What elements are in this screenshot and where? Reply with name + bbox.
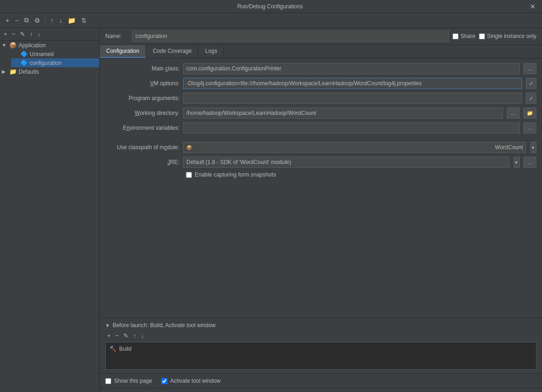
- activate-tool-window-checkbox[interactable]: [161, 378, 167, 384]
- show-page-row: Show this page: [105, 378, 152, 384]
- share-checkbox[interactable]: [453, 33, 459, 39]
- remove-config-button[interactable]: −: [13, 16, 20, 25]
- name-input[interactable]: [132, 31, 449, 42]
- activate-tool-window-label: Activate tool window: [170, 378, 221, 384]
- right-controls: Share Single instance only: [453, 33, 536, 39]
- sidebar-up-button[interactable]: ↑: [28, 30, 35, 38]
- env-variables-label: Environment variables:: [105, 125, 179, 131]
- sort-button[interactable]: ⇅: [79, 16, 89, 25]
- before-launch-collapse[interactable]: ▼: [105, 323, 110, 328]
- sidebar-item-application[interactable]: ▼ 📦 Application: [0, 41, 99, 50]
- single-instance-checkbox[interactable]: [479, 33, 485, 39]
- build-item-label: Build: [119, 346, 132, 352]
- sidebar-add-button[interactable]: +: [2, 30, 9, 38]
- form-area: Main class: ... VM options: ⤢ Program ar…: [100, 58, 542, 318]
- before-launch-add-button[interactable]: +: [105, 331, 113, 340]
- sidebar-application-children: 🔷 Unnamed 🔷 configuration: [6, 50, 99, 67]
- before-launch-header: ▼ Before launch: Build, Activate tool wi…: [105, 322, 536, 329]
- show-page-checkbox[interactable]: [105, 378, 111, 384]
- sidebar-remove-button[interactable]: −: [10, 30, 18, 38]
- copy-config-button[interactable]: ⧉: [22, 15, 31, 25]
- expand-arrow-application: ▼: [2, 43, 7, 48]
- share-label: Share: [460, 33, 475, 39]
- tab-logs[interactable]: Logs: [198, 45, 224, 58]
- jre-label: JRE:: [105, 159, 179, 165]
- classpath-module-select[interactable]: 📦 WordCount: [183, 142, 526, 153]
- defaults-icon: 📁: [9, 68, 17, 75]
- sidebar-item-configuration[interactable]: 🔷 configuration: [11, 58, 99, 67]
- add-config-button[interactable]: +: [4, 16, 11, 25]
- snapshot-checkbox[interactable]: [186, 172, 192, 178]
- sidebar-edit-button[interactable]: ✎: [18, 30, 27, 38]
- vm-options-label: VM options:: [105, 80, 179, 87]
- classpath-label: Use classpath of module:: [105, 144, 179, 151]
- sidebar-tree: ▼ 📦 Application 🔷 Unnamed 🔷 configuratio…: [0, 41, 99, 76]
- jre-browse-button[interactable]: ...: [523, 157, 536, 168]
- build-icon: 🔨: [109, 346, 116, 352]
- env-variables-input[interactable]: [183, 122, 520, 133]
- env-variables-row: Environment variables: ...: [105, 122, 536, 133]
- jre-dropdown-arrow[interactable]: ▾: [513, 157, 520, 168]
- build-list: 🔨 Build: [105, 342, 536, 370]
- program-arguments-input[interactable]: [183, 93, 522, 104]
- working-directory-browse-button[interactable]: ...: [507, 107, 520, 119]
- working-directory-row: Working directory: ... 📁: [105, 107, 536, 119]
- jre-value: Default (1.8 - SDK of 'WordCount' module…: [186, 159, 506, 165]
- before-launch-title: Before launch: Build, Activate tool wind…: [113, 322, 216, 329]
- build-item: 🔨 Build: [108, 344, 534, 354]
- sidebar: + − ✎ ↑ ↓ ▼ 📦 Application 🔷 Unnamed: [0, 28, 100, 392]
- folder-button[interactable]: 📁: [66, 16, 77, 25]
- working-directory-folder-button[interactable]: 📁: [523, 107, 536, 119]
- footer: ? OK Cancel Apply: [100, 388, 542, 392]
- sidebar-item-defaults[interactable]: ▶ 📁 Defaults: [0, 67, 99, 76]
- classpath-module-row: Use classpath of module: 📦 WordCount ▾: [105, 142, 536, 153]
- expand-arrow-defaults: ▶: [2, 69, 7, 74]
- main-class-row: Main class: ...: [105, 63, 536, 74]
- settings-button[interactable]: ⚙: [32, 16, 42, 25]
- right-content: Name: Share Single instance only Configu…: [100, 28, 542, 392]
- sidebar-item-unnamed-label: Unnamed: [30, 51, 54, 57]
- main-class-browse-button[interactable]: ...: [523, 63, 536, 74]
- single-instance-checkbox-row: Single instance only: [479, 33, 536, 39]
- tab-code-coverage[interactable]: Code Coverage: [146, 45, 198, 58]
- tab-bar: Configuration Code Coverage Logs: [100, 45, 542, 58]
- before-launch-edit-button[interactable]: ✎: [121, 331, 130, 340]
- close-button[interactable]: ✕: [527, 2, 538, 11]
- name-row: Name: Share Single instance only: [100, 28, 542, 45]
- name-label: Name:: [105, 33, 128, 39]
- vm-options-expand-button[interactable]: ⤢: [526, 78, 536, 89]
- program-arguments-row: Program arguments: ⤢: [105, 93, 536, 104]
- bottom-section: Show this page Activate tool window: [100, 373, 542, 388]
- title-bar: Run/Debug Configurations ✕: [0, 0, 542, 13]
- move-up-button[interactable]: ↑: [48, 16, 55, 25]
- sidebar-item-defaults-label: Defaults: [19, 69, 39, 75]
- env-variables-browse-button[interactable]: ...: [523, 122, 536, 133]
- before-launch-up-button[interactable]: ↑: [131, 331, 138, 340]
- main-class-input[interactable]: [183, 63, 520, 74]
- before-launch-section: ▼ Before launch: Build, Activate tool wi…: [100, 318, 542, 373]
- move-down-button[interactable]: ↓: [57, 16, 64, 25]
- sidebar-item-unnamed[interactable]: 🔷 Unnamed: [11, 50, 99, 58]
- top-toolbar: + − ⧉ ⚙ ↑ ↓ 📁 ⇅: [0, 13, 542, 28]
- unnamed-icon: 🔷: [20, 51, 28, 57]
- vm-options-row: VM options: ⤢: [105, 78, 536, 89]
- toolbar-separator-1: [45, 17, 45, 24]
- sidebar-item-application-label: Application: [19, 42, 46, 49]
- jre-select[interactable]: Default (1.8 - SDK of 'WordCount' module…: [183, 157, 510, 168]
- jre-row: JRE: Default (1.8 - SDK of 'WordCount' m…: [105, 157, 536, 168]
- sidebar-down-button[interactable]: ↓: [36, 30, 43, 38]
- sidebar-item-configuration-label: configuration: [30, 60, 62, 66]
- module-icon: 📦: [186, 145, 192, 150]
- snapshot-row: Enable capturing form snapshots: [105, 171, 536, 178]
- working-directory-input[interactable]: [183, 107, 503, 119]
- before-launch-down-button[interactable]: ↓: [139, 331, 146, 340]
- vm-options-input[interactable]: [183, 78, 522, 89]
- main-class-label: Main class:: [105, 65, 179, 72]
- before-launch-remove-button[interactable]: −: [114, 331, 121, 340]
- program-arguments-label: Program arguments:: [105, 95, 179, 101]
- application-icon: 📦: [9, 42, 17, 49]
- program-arguments-expand-button[interactable]: ⤢: [526, 93, 536, 104]
- window-title: Run/Debug Configurations: [13, 3, 527, 10]
- classpath-dropdown-arrow[interactable]: ▾: [530, 142, 536, 153]
- tab-configuration[interactable]: Configuration: [100, 45, 146, 58]
